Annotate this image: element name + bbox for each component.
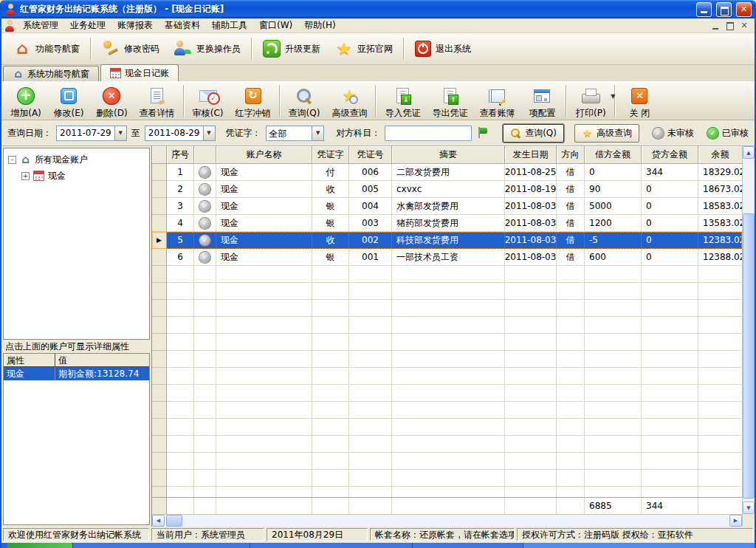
advanced-query-button[interactable]: 高级查询 [326,84,373,121]
restore-button[interactable] [716,2,732,17]
cell-credit [642,436,698,453]
table-row[interactable]: 1现金付006二部发货费用2011-08-25借034418329.02 [152,164,742,181]
cell-credit: 0 [642,249,698,266]
close-tab-button[interactable]: 关 闭 [618,84,661,121]
tree-expander[interactable]: - [8,156,16,164]
cell-account-name: 现金 [216,249,312,266]
change-password-button[interactable]: 修改密码 [94,37,167,61]
taskbar-button[interactable] [412,543,523,548]
chevron-down-icon[interactable]: ▼ [611,93,615,100]
flag-icon[interactable] [476,126,488,140]
cell-seq [167,419,194,436]
toolbar-button-label: 删除(D) [96,107,128,120]
menu-item[interactable]: 系统管理 [17,18,64,33]
chevron-down-icon[interactable]: ▼ [114,126,126,140]
scroll-up-icon[interactable]: ▲ [743,146,755,159]
edit-icon [61,88,77,104]
horizontal-scroll-thumb[interactable] [166,515,182,527]
toolbar-separator [251,38,252,60]
scroll-right-icon[interactable]: ▶ [729,515,742,527]
cell-summary [392,266,505,283]
voucher-word-select[interactable]: 全部 ▼ [266,126,325,141]
table-row[interactable]: 4现金银003猪药部发货费用2011-08-03借1200013583.02 [152,215,742,232]
table-row[interactable]: ▶5现金收002科技部发货费用2011-08-03借-5012383.02 [152,232,742,249]
cell-audit-status [194,249,216,266]
cell-audit-status [194,300,216,317]
taskbar-button[interactable] [250,543,412,548]
menu-item[interactable]: 帮助(H) [298,18,341,33]
advanced-query-button[interactable]: 高级查询 [574,124,639,143]
exit-system-button[interactable]: 退出系统 [408,38,478,60]
tree-expander[interactable]: + [21,172,30,180]
upgrade-button[interactable]: 升级更新 [255,37,328,61]
toolbar-button-label: 更换操作员 [196,43,241,55]
taskbar-button[interactable] [523,543,755,548]
cell-debit [585,419,642,436]
table-row[interactable]: 3现金银004水禽部发货费用2011-08-03借5000018583.02 [152,198,742,215]
horizontal-scrollbar[interactable]: ◀ ▶ [152,514,742,527]
tab-cash-journal[interactable]: 现金日记账 [100,64,179,81]
menu-item[interactable]: 窗口(W) [253,18,298,33]
view-detail-button[interactable]: 查看详情 [134,84,181,121]
minimize-button[interactable] [696,2,712,17]
mdi-minimize-button[interactable] [710,21,722,31]
table-row[interactable]: 2现金收005cxvxc2011-08-19借90018673.02 [152,181,742,198]
export-voucher-button[interactable]: 导出凭证 [426,84,473,121]
menu-item[interactable]: 账簿报表 [111,18,159,33]
print-button[interactable]: 打印(P)▼ [569,84,612,121]
toolbar-icon-slot [245,86,261,105]
property-row[interactable]: 现金期初金额:13128.74 [4,367,149,380]
menu-item[interactable]: 辅助工具 [206,18,253,33]
query-button[interactable]: 查询(Q) [503,124,564,143]
cell-row-indicator: ▶ [152,232,167,249]
official-site-button[interactable]: 亚拓官网 [328,37,400,61]
cell-audit-status [194,453,216,470]
import-voucher-button[interactable]: 导入凭证 [379,84,426,121]
edit-button[interactable]: 修改(E) [47,84,90,121]
red-reversal-button[interactable]: 红字冲销 [230,84,277,121]
chevron-down-icon[interactable]: ▼ [312,126,323,140]
cell-voucher-no [349,266,392,283]
date-from-select[interactable]: 2011-07-29 ▼ [56,126,127,141]
cell-credit [642,283,698,300]
table-row[interactable]: 6现金银001一部技术员工资2011-08-03借600012388.02 [152,249,742,266]
col-credit: 贷方金额 [642,146,698,164]
delete-button[interactable]: 删除(D) [90,84,134,121]
menu-item[interactable]: 业务处理 [64,18,111,33]
cell-voucher-no [349,368,392,385]
toolbar-button-label: 查看账簿 [479,107,515,120]
cell-direction [557,283,585,300]
scroll-left-icon[interactable]: ◀ [152,515,165,527]
cell-voucher-word [312,453,349,470]
add-button[interactable]: 增加(A) [4,84,47,121]
cell-audit-status [194,232,216,249]
mdi-close-button[interactable]: ✕ [738,21,750,31]
mdi-controls: ✕ [710,21,752,31]
cell-seq: 1 [167,164,194,181]
vertical-scroll-thumb[interactable] [743,213,755,499]
query-button[interactable]: 查询(Q) [283,84,326,121]
vertical-scroll-track[interactable] [743,159,755,501]
scroll-down-icon[interactable]: ▼ [743,501,755,514]
audit-button[interactable]: 审核(C) [187,84,230,121]
tree-item[interactable]: +现金 [4,168,149,184]
option-config-button[interactable]: 项配置 [520,84,563,121]
home-icon [13,69,24,80]
close-button[interactable]: ✕ [736,2,752,17]
switch-operator-button[interactable]: 更换操作员 [167,37,248,61]
tree-item[interactable]: -所有现金账户 [4,151,149,168]
date-to-select[interactable]: 2011-08-29 ▼ [145,126,216,141]
account-tree: -所有现金账户+现金 [3,148,150,340]
tab-system-nav[interactable]: 系统功能导航窗 [3,66,99,81]
start-button-edge[interactable] [7,543,72,548]
horizontal-scroll-track[interactable] [182,515,729,527]
nav-window-button[interactable]: 功能导航窗 [6,37,87,61]
view-books-button[interactable]: 查看账簿 [473,84,520,121]
cell-voucher-no [349,317,392,334]
mdi-restore-button[interactable] [724,21,736,31]
taskbar-button[interactable] [72,543,250,548]
menu-item[interactable]: 基础资料 [159,18,206,33]
chevron-down-icon[interactable]: ▼ [203,126,215,140]
counterpart-subject-input[interactable] [385,126,472,141]
vertical-scrollbar[interactable]: ▲ ▼ [743,146,755,514]
